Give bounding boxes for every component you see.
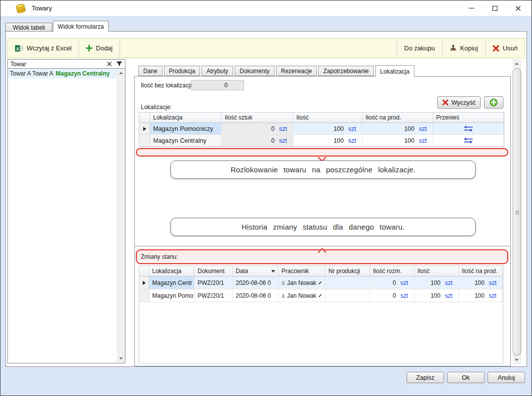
load-excel-button[interactable]: X Wczytaj z Excel: [8, 39, 79, 58]
scrollbar-thumb[interactable]: [513, 68, 521, 356]
filter-icon[interactable]: [116, 61, 123, 67]
copy-button[interactable]: Kopiuj: [442, 39, 485, 58]
tab-form-view[interactable]: Widok formularza: [53, 21, 109, 32]
table-row[interactable]: Magazyn Centralny 0szt 100szt 100szt: [139, 135, 504, 147]
close-icon: [515, 5, 521, 11]
minimize-button[interactable]: [460, 0, 483, 16]
delete-label: Usuń: [503, 44, 518, 52]
app-window: Towary Widok tabeli Widok formularza: [0, 0, 532, 396]
lokalizacja-tab-page: Ilość bez lokalizacji: 0 Lokalizacje: Wy…: [134, 76, 511, 366]
red-x-icon: [442, 99, 449, 106]
delete-button[interactable]: Usuń: [485, 39, 525, 58]
table-row[interactable]: Magazyn Pomo PWZ/20/1 2020-08-06 0 Jan N…: [139, 289, 503, 302]
locations-label: Lokalizacje:: [141, 104, 172, 111]
list-item-location: Magazyn Centralny: [56, 70, 110, 77]
tab-form-view-label: Widok formularza: [58, 23, 104, 30]
current-row-icon: [143, 127, 146, 131]
tab-dane[interactable]: Dane: [138, 66, 163, 76]
sidebar-search: [7, 59, 125, 69]
app-coins-icon: [15, 3, 27, 14]
scroll-up-icon[interactable]: [515, 63, 519, 65]
window-title: Towary: [32, 4, 52, 12]
sort-desc-icon: [271, 270, 275, 273]
annotation-highlight-state-changes: Zmiany stanu:: [136, 249, 508, 264]
sidebar-list: Towar A Towar A Magazyn Centralny: [7, 68, 125, 363]
form-view-page: X Wczytaj z Excel Dodaj Do zakupu: [5, 31, 527, 367]
annotation-pointer-up: [318, 246, 327, 251]
close-button[interactable]: [506, 0, 530, 16]
edit-pencil-icon[interactable]: [318, 293, 322, 299]
person-icon: [282, 293, 285, 299]
current-row-icon: [143, 281, 146, 285]
scroll-up-icon[interactable]: [119, 72, 123, 74]
tab-zapotrzebowanie[interactable]: Zapotrzebowanie: [318, 66, 373, 76]
tab-dokumenty[interactable]: Dokumenty: [235, 66, 275, 76]
transfer-icon[interactable]: [463, 137, 473, 144]
person-icon: [282, 280, 285, 286]
sidebar-scrollbar[interactable]: [117, 69, 125, 363]
state-changes-table: Lokalizacja Dokument Data Pracownik Nr p…: [139, 266, 503, 302]
form-tabs: Dane Produkcja Atrybuty Dokumenty Rezerw…: [138, 65, 414, 77]
toolbar: X Wczytaj z Excel Dodaj Do zakupu: [7, 38, 525, 58]
locations-table: Lokalizacja Ilość sztuk Ilość Ilość na p…: [139, 112, 504, 147]
list-item-name: Towar A Towar A: [10, 70, 53, 77]
maximize-button[interactable]: [483, 0, 506, 16]
add-button[interactable]: Dodaj: [79, 39, 120, 58]
clear-search-icon[interactable]: [107, 61, 112, 67]
locations-table-header: Lokalizacja Ilość sztuk Ilość Ilość na p…: [139, 113, 504, 123]
plus-icon: [86, 45, 92, 51]
add-label: Dodaj: [96, 44, 113, 52]
state-changes-label: Zmiany stanu:: [141, 253, 178, 260]
tab-produkcja[interactable]: Produkcja: [164, 66, 200, 76]
titlebar: Towary: [0, 0, 532, 16]
tab-table-view[interactable]: Widok tabeli: [5, 23, 52, 32]
table-row[interactable]: Magazyn Centr PWZ/20/1 2020-08-06 0 Jan …: [139, 277, 503, 289]
transfer-icon[interactable]: [463, 125, 473, 132]
tab-lokalizacja[interactable]: Lokalizacja: [375, 65, 414, 77]
red-x-icon: [492, 45, 499, 52]
search-input[interactable]: [10, 61, 103, 68]
tab-rezerwacje[interactable]: Rezerwacje: [276, 66, 317, 76]
callout-history: Historia zmiany statusu dla danego towar…: [170, 218, 476, 236]
copy-label: Kopiuj: [460, 44, 478, 52]
stamp-icon: [450, 44, 457, 52]
green-plus-circle-icon: [490, 98, 498, 107]
table-row[interactable]: Magazyn Pomocniczy 0szt 100szt 100szt: [139, 123, 504, 135]
form-scrollbar[interactable]: [513, 59, 521, 364]
state-table-header: Lokalizacja Dokument Data Pracownik Nr p…: [139, 266, 503, 277]
tab-table-view-label: Widok tabeli: [13, 24, 45, 31]
thumb-grip: [515, 211, 519, 211]
qty-without-location-label: Ilość bez lokalizacji:: [141, 82, 193, 89]
to-purchase-label: Do zakupu: [404, 44, 435, 52]
excel-icon: X: [15, 44, 23, 52]
annotation-pointer-down: [318, 155, 327, 160]
state-changes-table-area: Lokalizacja Dokument Data Pracownik Nr p…: [139, 266, 503, 363]
to-purchase-button[interactable]: Do zakupu: [397, 39, 442, 58]
callout-locations: Rozlokowanie towaru na poszczególne loka…: [170, 160, 476, 179]
svg-text:X: X: [16, 46, 19, 51]
ok-button[interactable]: Ok: [447, 372, 485, 383]
scroll-down-icon[interactable]: [515, 359, 519, 361]
tab-atrybuty[interactable]: Atrybuty: [202, 66, 233, 76]
clear-locations-button[interactable]: Wyczyść: [437, 96, 481, 109]
edit-pencil-icon[interactable]: [318, 280, 322, 286]
load-excel-label: Wczytaj z Excel: [27, 44, 72, 52]
save-button[interactable]: Zapisz: [407, 372, 444, 383]
qty-without-location-field: 0: [191, 80, 244, 90]
add-location-button[interactable]: [484, 96, 503, 109]
scroll-down-icon[interactable]: [119, 357, 123, 359]
list-item[interactable]: Towar A Towar A Magazyn Centralny: [8, 69, 117, 79]
annotation-highlight-locations: [136, 148, 508, 157]
cancel-button[interactable]: Anuluj: [488, 372, 525, 383]
